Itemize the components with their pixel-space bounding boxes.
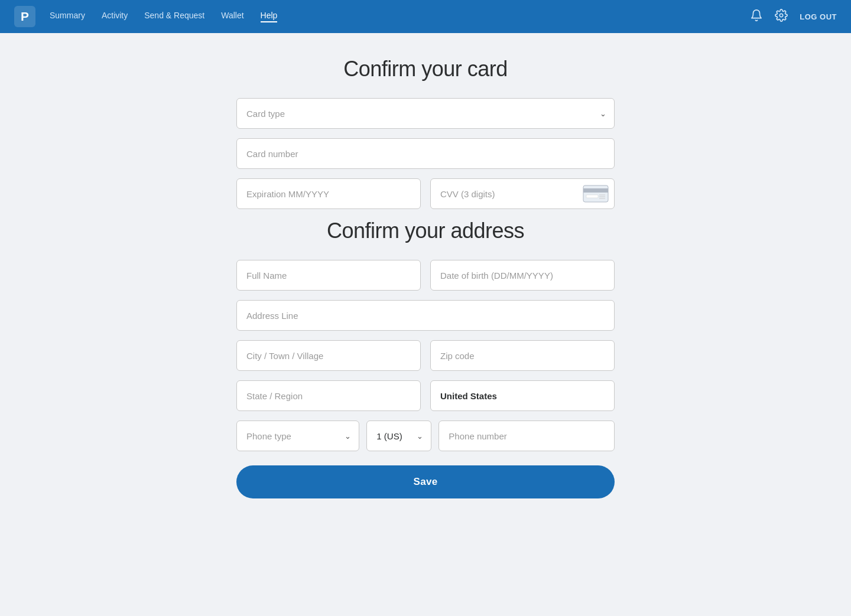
notification-icon[interactable]: [750, 9, 763, 25]
nav-wallet[interactable]: Wallet: [221, 11, 243, 22]
dob-input[interactable]: [430, 260, 615, 291]
full-name-group: [236, 260, 421, 291]
nav-right: LOG OUT: [750, 9, 837, 25]
svg-text:P: P: [21, 9, 29, 23]
paypal-logo[interactable]: P: [14, 6, 35, 27]
phone-type-wrapper: Phone type Mobile Home Work ⌄: [236, 421, 359, 451]
settings-icon[interactable]: [775, 9, 788, 25]
phone-code-select-wrapper: 1 (US) 44 (UK) 91 (IN) ⌄: [366, 421, 431, 451]
card-type-select[interactable]: Card type Visa Mastercard American Expre…: [236, 98, 615, 129]
expiration-cvv-row: [236, 178, 615, 209]
phone-type-select[interactable]: Phone type Mobile Home Work: [236, 421, 359, 451]
country-group: [430, 380, 615, 411]
full-name-input[interactable]: [236, 260, 421, 291]
navbar: P Summary Activity Send & Request Wallet…: [0, 0, 851, 33]
card-number-group: [236, 138, 615, 169]
dob-group: [430, 260, 615, 291]
nav-activity[interactable]: Activity: [102, 11, 128, 22]
nav-send-request[interactable]: Send & Request: [144, 11, 204, 22]
nav-links: Summary Activity Send & Request Wallet H…: [50, 11, 750, 22]
card-section-title: Confirm your card: [236, 57, 615, 82]
logout-button[interactable]: LOG OUT: [800, 12, 837, 21]
phone-code-select[interactable]: 1 (US) 44 (UK) 91 (IN): [366, 421, 431, 451]
country-input[interactable]: [430, 380, 615, 411]
cvv-input[interactable]: [430, 178, 615, 209]
nav-summary[interactable]: Summary: [50, 11, 85, 22]
cvv-group: [430, 178, 615, 209]
save-button[interactable]: Save: [236, 465, 615, 498]
cvv-wrapper: [430, 178, 615, 209]
card-number-input[interactable]: [236, 138, 615, 169]
zip-input[interactable]: [430, 340, 615, 371]
phone-type-select-wrapper: Phone type Mobile Home Work ⌄: [236, 421, 359, 451]
svg-point-2: [780, 14, 784, 17]
main-content: Confirm your card Card type Visa Masterc…: [0, 33, 851, 534]
phone-code-wrapper: 1 (US) 44 (UK) 91 (IN) ⌄: [366, 421, 431, 451]
name-dob-row: [236, 260, 615, 291]
expiration-group: [236, 178, 421, 209]
address-line-input[interactable]: [236, 300, 615, 331]
state-group: [236, 380, 421, 411]
zip-group: [430, 340, 615, 371]
address-section: Confirm your address: [236, 219, 615, 498]
city-zip-row: [236, 340, 615, 371]
state-input[interactable]: [236, 380, 421, 411]
card-type-wrapper: Card type Visa Mastercard American Expre…: [236, 98, 615, 129]
phone-number-wrapper: [439, 421, 615, 451]
phone-number-input[interactable]: [439, 421, 615, 451]
city-input[interactable]: [236, 340, 421, 371]
address-line-group: [236, 300, 615, 331]
state-country-row: [236, 380, 615, 411]
expiration-input[interactable]: [236, 178, 421, 209]
address-section-title: Confirm your address: [236, 219, 615, 243]
form-container: Confirm your card Card type Visa Masterc…: [236, 57, 615, 498]
city-group: [236, 340, 421, 371]
nav-help[interactable]: Help: [261, 11, 278, 22]
phone-row: Phone type Mobile Home Work ⌄ 1 (US) 44 …: [236, 421, 615, 451]
card-type-group: Card type Visa Mastercard American Expre…: [236, 98, 615, 129]
